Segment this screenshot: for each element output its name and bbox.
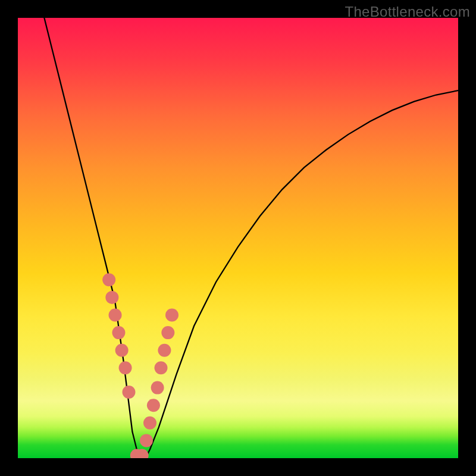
marker-dot bbox=[143, 416, 156, 430]
marker-group bbox=[102, 273, 178, 458]
bottleneck-curve bbox=[44, 18, 458, 458]
marker-dot bbox=[112, 326, 125, 339]
marker-dot bbox=[122, 386, 135, 399]
chart-svg bbox=[18, 18, 458, 458]
marker-dot bbox=[165, 309, 178, 322]
marker-dot bbox=[151, 381, 164, 394]
marker-dot bbox=[119, 361, 132, 374]
marker-dot bbox=[161, 326, 174, 339]
marker-dot bbox=[115, 344, 129, 357]
marker-dot bbox=[105, 291, 118, 304]
plot-area bbox=[18, 18, 458, 458]
marker-dot bbox=[140, 434, 153, 447]
marker-dot bbox=[158, 344, 171, 357]
marker-dot bbox=[102, 273, 115, 286]
chart-frame: TheBottleneck.com bbox=[0, 0, 476, 476]
marker-dot bbox=[109, 309, 122, 322]
marker-dot bbox=[155, 361, 168, 374]
marker-dot bbox=[147, 399, 160, 412]
